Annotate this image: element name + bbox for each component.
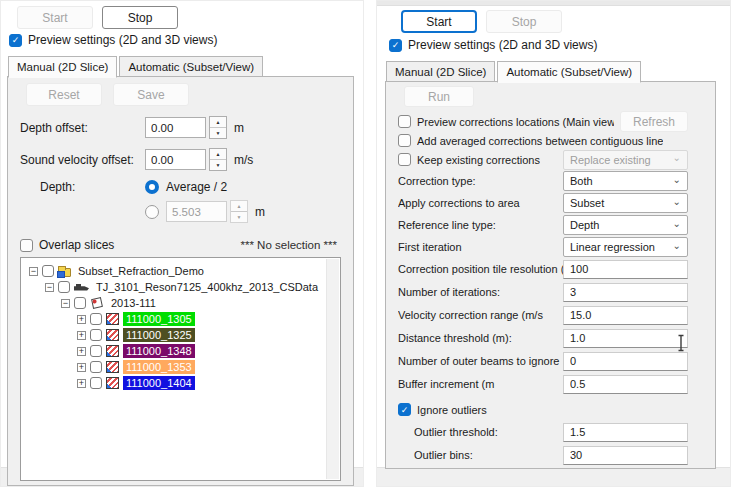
keep-existing-checkbox[interactable] bbox=[398, 153, 411, 166]
survey-line-label[interactable]: 111000_1348 bbox=[123, 344, 195, 358]
tree-row-line[interactable]: + 111000_1348 bbox=[23, 343, 324, 359]
vessel-icon bbox=[74, 283, 89, 292]
start-button[interactable]: Start bbox=[401, 10, 477, 33]
run-button[interactable]: Run bbox=[404, 86, 474, 107]
tree-scrollbar[interactable] bbox=[326, 259, 339, 479]
plus-box-icon[interactable]: + bbox=[77, 331, 86, 340]
correction-type-dropdown[interactable]: Both ⌄ bbox=[563, 171, 688, 191]
calendar-day-icon bbox=[91, 297, 103, 309]
minus-box-icon[interactable]: − bbox=[61, 299, 70, 308]
add-averaged-checkbox[interactable] bbox=[398, 134, 411, 147]
day-label[interactable]: 2013-111 bbox=[108, 296, 159, 310]
project-label[interactable]: Subset_Refraction_Demo bbox=[75, 264, 207, 278]
depth-fixed-unit: m bbox=[255, 205, 265, 219]
left-tab-bar: Manual (2D Slice) Automatic (Subset/View… bbox=[8, 56, 354, 77]
survey-line-swatch-icon bbox=[106, 361, 119, 373]
depth-fixed-row: ▲ ▼ m bbox=[20, 200, 341, 223]
plus-box-icon[interactable]: + bbox=[77, 363, 86, 372]
reset-button[interactable]: Reset bbox=[26, 83, 102, 106]
survey-line-label[interactable]: 111000_1404 bbox=[123, 376, 195, 390]
sound-velocity-offset-input[interactable] bbox=[145, 149, 206, 170]
spin-down-icon: ▼ bbox=[231, 212, 247, 222]
preview-settings-row: ✓ Preview settings (2D and 3D views) bbox=[9, 33, 217, 47]
manual-tab-page: Reset Save Depth offset: ▲ ▼ m Sound vel… bbox=[7, 76, 354, 486]
outlier-bins-input[interactable] bbox=[563, 446, 688, 465]
apply-corrections-dropdown[interactable]: Subset ⌄ bbox=[563, 193, 688, 213]
tree-row-project[interactable]: − Subset_Refraction_Demo bbox=[23, 263, 324, 279]
velocity-correction-range-input[interactable] bbox=[563, 306, 688, 325]
line-checkbox[interactable] bbox=[90, 313, 102, 325]
buffer-increment-input[interactable] bbox=[563, 375, 688, 394]
tab-automatic-subset-view[interactable]: Automatic (Subset/View) bbox=[119, 56, 263, 77]
tab-manual-2d-slice[interactable]: Manual (2D Slice) bbox=[386, 61, 495, 82]
survey-line-label[interactable]: 111000_1325 bbox=[123, 328, 195, 342]
distance-threshold-label: Distance threshold (m): bbox=[398, 332, 563, 344]
spin-up-icon[interactable]: ▲ bbox=[210, 149, 226, 160]
distance-threshold-input[interactable] bbox=[563, 329, 688, 348]
tree-row-vessel[interactable]: − TJ_3101_Reson7125_400khz_2013_CSData bbox=[23, 279, 324, 295]
vessel-checkbox[interactable] bbox=[58, 281, 70, 293]
line-checkbox[interactable] bbox=[90, 345, 102, 357]
spin-up-icon[interactable]: ▲ bbox=[210, 117, 226, 128]
outlier-threshold-input[interactable] bbox=[563, 423, 688, 442]
preview-settings-panels: Start Stop ✓ Preview settings (2D and 3D… bbox=[0, 0, 731, 487]
survey-line-label[interactable]: 111000_1353 bbox=[123, 360, 195, 374]
line-checkbox[interactable] bbox=[90, 329, 102, 341]
reference-line-type-dropdown[interactable]: Depth ⌄ bbox=[563, 215, 688, 235]
preview-settings-checkbox[interactable]: ✓ bbox=[9, 34, 22, 47]
spin-down-icon[interactable]: ▼ bbox=[210, 128, 226, 138]
first-iteration-dropdown[interactable]: Linear regression ⌄ bbox=[563, 237, 688, 257]
first-iteration-row: First iteration Linear regression ⌄ bbox=[398, 237, 688, 257]
chevron-down-icon: ⌄ bbox=[673, 174, 681, 185]
tab-automatic-subset-view[interactable]: Automatic (Subset/View) bbox=[497, 61, 641, 83]
preview-settings-checkbox[interactable]: ✓ bbox=[389, 39, 402, 52]
plus-box-icon[interactable]: + bbox=[77, 315, 86, 324]
chevron-down-icon: ⌄ bbox=[673, 152, 681, 163]
preview-corrections-checkbox[interactable] bbox=[398, 115, 411, 128]
depth-offset-spinner[interactable]: ▲ ▼ bbox=[209, 116, 227, 139]
tree-row-line[interactable]: + 111000_1305 bbox=[23, 311, 324, 327]
depth-offset-label: Depth offset: bbox=[20, 121, 145, 135]
tree-row-line[interactable]: + 111000_1325 bbox=[23, 327, 324, 343]
sound-velocity-offset-spinner[interactable]: ▲ ▼ bbox=[209, 148, 227, 171]
overlap-slices-checkbox[interactable] bbox=[20, 239, 33, 252]
tree-row-line[interactable]: + 111000_1353 bbox=[23, 359, 324, 375]
apply-corrections-row: Apply corrections to area Subset ⌄ bbox=[398, 193, 688, 213]
outer-beams-ignore-input[interactable] bbox=[563, 352, 688, 371]
tab-manual-2d-slice[interactable]: Manual (2D Slice) bbox=[8, 56, 117, 78]
stop-button[interactable]: Stop bbox=[102, 6, 178, 29]
tree-row-line[interactable]: + 111000_1404 bbox=[23, 375, 324, 391]
refresh-button[interactable]: Refresh bbox=[620, 111, 688, 132]
start-button[interactable]: Start bbox=[17, 6, 93, 29]
depth-offset-unit: m bbox=[234, 121, 244, 135]
minus-box-icon[interactable]: − bbox=[29, 267, 38, 276]
tile-resolution-row: Correction position tile resolution (m): bbox=[398, 259, 688, 279]
ignore-outliers-checkbox[interactable]: ✓ bbox=[398, 403, 411, 416]
outer-beams-ignore-row: Number of outer beams to ignore bbox=[398, 351, 688, 371]
preview-corrections-label: Preview corrections locations (Main view… bbox=[417, 116, 614, 128]
apply-corrections-value: Subset bbox=[570, 197, 604, 209]
line-checkbox[interactable] bbox=[90, 361, 102, 373]
minus-box-icon[interactable]: − bbox=[45, 283, 54, 292]
depth-average-radio[interactable] bbox=[145, 180, 159, 194]
outer-beams-ignore-label: Number of outer beams to ignore bbox=[398, 355, 563, 367]
preview-corrections-row: Preview corrections locations (Main view… bbox=[398, 112, 688, 131]
right-start-stop-row: Start Stop bbox=[401, 10, 562, 33]
line-checkbox[interactable] bbox=[90, 377, 102, 389]
survey-line-label[interactable]: 111000_1305 bbox=[123, 312, 195, 326]
depth-fixed-radio[interactable] bbox=[145, 205, 159, 219]
plus-box-icon[interactable]: + bbox=[77, 379, 86, 388]
save-button[interactable]: Save bbox=[113, 83, 189, 106]
survey-data-tree[interactable]: − Subset_Refraction_Demo − TJ_3101_Reson… bbox=[20, 257, 341, 481]
stop-button[interactable]: Stop bbox=[486, 10, 562, 33]
number-of-iterations-input[interactable] bbox=[563, 283, 688, 302]
preview-settings-label: Preview settings (2D and 3D views) bbox=[408, 38, 597, 52]
tile-resolution-input[interactable] bbox=[563, 260, 688, 279]
day-checkbox[interactable] bbox=[74, 297, 86, 309]
tree-row-day[interactable]: − 2013-111 bbox=[23, 295, 324, 311]
depth-offset-input[interactable] bbox=[145, 117, 206, 138]
project-checkbox[interactable] bbox=[42, 265, 54, 277]
spin-down-icon[interactable]: ▼ bbox=[210, 160, 226, 170]
plus-box-icon[interactable]: + bbox=[77, 347, 86, 356]
vessel-label[interactable]: TJ_3101_Reson7125_400khz_2013_CSData bbox=[93, 280, 321, 294]
